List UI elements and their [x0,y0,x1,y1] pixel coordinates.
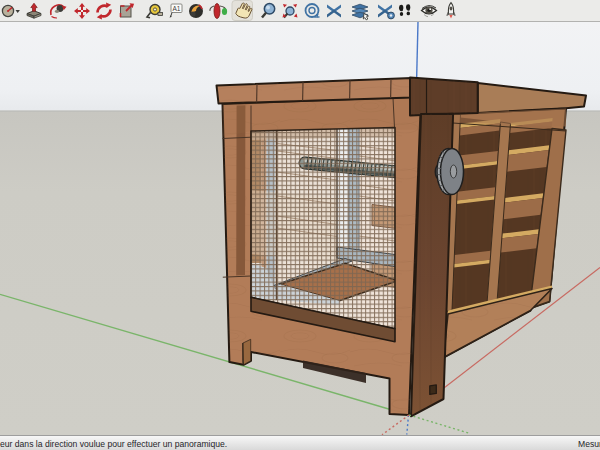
svg-text:A1: A1 [173,5,181,12]
